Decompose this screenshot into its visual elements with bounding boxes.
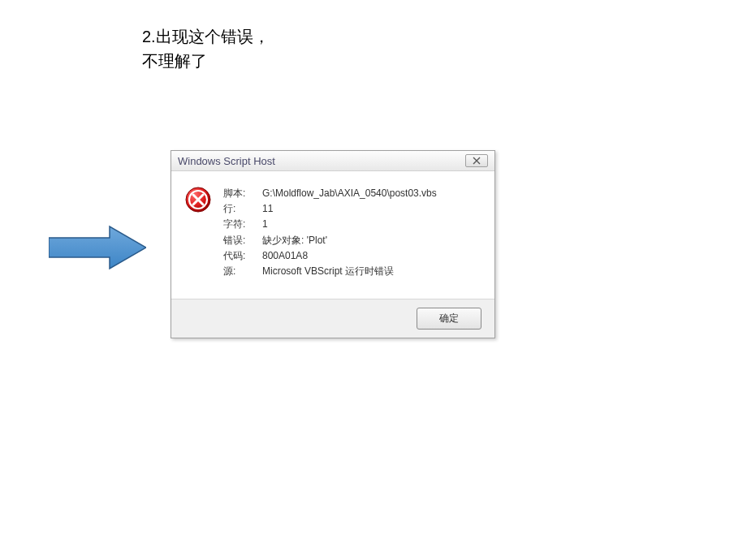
dialog-title-bar: Windows Script Host [171, 151, 494, 171]
source-label: 源: [223, 264, 262, 279]
dialog-body: 脚本: G:\Moldflow_Jab\AXIA_0540\post03.vbs… [171, 171, 494, 299]
error-icon [184, 186, 212, 213]
line-label: 行: [223, 201, 262, 217]
pointer-arrow [49, 223, 146, 272]
script-label: 脚本: [223, 186, 262, 201]
ok-button[interactable]: 确定 [417, 308, 481, 330]
script-value: G:\Moldflow_Jab\AXIA_0540\post03.vbs [262, 186, 437, 201]
dialog-title: Windows Script Host [178, 155, 275, 167]
source-row: 源: Microsoft VBScript 运行时错误 [223, 264, 437, 279]
error-label: 错误: [223, 233, 262, 248]
error-dialog: Windows Script Host [171, 150, 495, 338]
script-row: 脚本: G:\Moldflow_Jab\AXIA_0540\post03.vbs [223, 186, 437, 201]
source-value: Microsoft VBScript 运行时错误 [262, 264, 437, 279]
code-row: 代码: 800A01A8 [223, 248, 437, 264]
description-line2: 不理解了 [142, 49, 270, 73]
close-icon [473, 157, 481, 165]
close-button[interactable] [465, 154, 488, 167]
char-row: 字符: 1 [223, 217, 437, 232]
code-label: 代码: [223, 248, 262, 264]
char-label: 字符: [223, 217, 262, 232]
svg-marker-0 [49, 226, 146, 269]
line-value: 11 [262, 201, 437, 217]
error-value: 缺少对象: 'Plot' [262, 233, 437, 248]
error-details: 脚本: G:\Moldflow_Jab\AXIA_0540\post03.vbs… [223, 186, 437, 279]
error-row: 错误: 缺少对象: 'Plot' [223, 233, 437, 248]
code-value: 800A01A8 [262, 248, 437, 264]
dialog-footer: 确定 [171, 299, 494, 338]
description-text: 2.出现这个错误， 不理解了 [142, 24, 270, 73]
line-row: 行: 11 [223, 201, 437, 217]
description-line1: 2.出现这个错误， [142, 24, 270, 49]
char-value: 1 [262, 217, 437, 232]
